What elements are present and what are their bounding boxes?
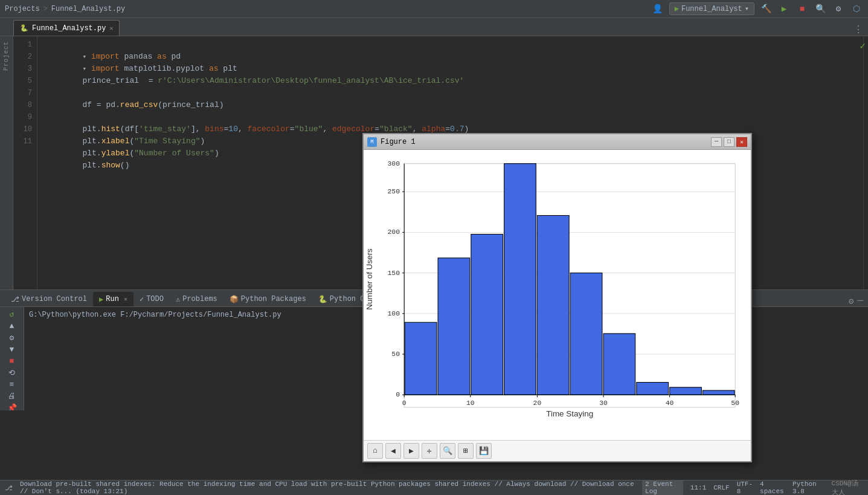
print-icon[interactable]: 🖨 [5,392,19,401]
configure-tool-button[interactable]: ⊞ [458,443,474,459]
figure-titlebar: M Figure 1 ─ □ ✕ [364,134,751,150]
user-icon[interactable]: 👤 [651,2,664,16]
status-bar: ⎇ Download pre-built shared indexes: Red… [0,480,868,495]
run-config[interactable]: ▶ Funnel_Analyst ▾ [669,2,754,15]
tab-label: Funnel_Analyst.py [32,24,106,33]
vcs-status-icon[interactable]: ⎇ [5,484,13,492]
bar-5 [570,273,602,395]
svg-text:30: 30 [599,400,608,407]
run-down-icon[interactable]: ▼ [5,345,19,354]
svg-text:0: 0 [402,400,407,407]
run-tab-icon: ▶ [99,295,103,304]
run-icon[interactable]: ▶ [777,2,791,16]
bar-4 [537,215,569,395]
figure-toolbar: ⌂ ◀ ▶ ✛ 🔍 ⊞ 💾 [364,440,751,461]
indent-info[interactable]: 4 spaces [760,480,785,495]
tab-python-packages[interactable]: 📦 Python Packages [223,292,312,306]
status-left: ⎇ Download pre-built shared indexes: Red… [5,480,642,495]
figure-close-button[interactable]: ✕ [736,137,747,147]
svg-text:50: 50 [391,351,400,358]
editor-tab-bar: 🐍 Funnel_Analyst.py ✕ ⋮ [0,18,868,36]
bar-8 [670,387,702,395]
build-icon[interactable]: 🔨 [759,2,773,16]
code-line-1: ▾ import pandas as pd [45,39,863,51]
x-axis-label: Time Staying [546,409,593,418]
run-config-label: Funnel_Analyst [681,5,742,13]
status-message: Download pre-built shared indexes: Reduc… [20,480,642,495]
svg-text:0: 0 [396,391,400,398]
code-line-5: df = pd.read_csv(prince_trial) [45,87,863,99]
figure-canvas: 0 50 100 150 200 250 300 0 10 20 30 [364,150,751,440]
title-bar: Projects > Funnel_Analyst.py 👤 ▶ Funnel_… [0,0,868,18]
pan-tool-button[interactable]: ✛ [422,443,437,459]
plugin-icon[interactable]: ⬡ [850,2,863,16]
console-icon: 🐍 [318,295,327,304]
toolbar-right: 👤 ▶ Funnel_Analyst ▾ 🔨 ▶ ■ 🔍 ⚙ ⬡ [651,2,863,16]
todo-icon: ✓ [140,295,144,304]
editor-tab-funnel[interactable]: 🐍 Funnel_Analyst.py ✕ [13,20,120,36]
breadcrumb: Projects > Funnel_Analyst.py [5,5,125,13]
figure-maximize-button[interactable]: □ [724,137,735,147]
save-tool-button[interactable]: 💾 [476,443,492,459]
histogram-chart: 0 50 100 150 200 250 300 0 10 20 30 [364,150,751,440]
python-version[interactable]: Python 3.8 [792,480,824,495]
csdn-icon: CSDN@汤大人 [832,479,863,495]
settings-icon[interactable]: ⚙ [832,2,845,16]
panel-minimize-icon[interactable]: ─ [857,296,863,306]
forward-tool-button[interactable]: ▶ [403,443,419,459]
rerun-icon[interactable]: ↺ [5,309,19,319]
scroll-gutter: ✓ [863,36,868,290]
tab-problems[interactable]: ⚠ Problems [170,292,223,306]
line-numbers: 1 2 3 5 7 8 9 10 11 [13,36,37,290]
tab-todo[interactable]: ✓ TODO [133,292,170,306]
svg-text:150: 150 [388,270,400,277]
figure-app-icon: M [367,137,377,147]
wrap-icon[interactable]: ⟲ [5,368,19,378]
bottom-tabs-right: ⚙ ─ [849,296,868,306]
bar-3 [504,164,536,395]
run-tab-close[interactable]: ✕ [124,296,127,303]
search-icon[interactable]: 🔍 [814,2,827,16]
event-log-badge[interactable]: 2 Event Log [642,480,683,495]
encoding[interactable]: UTF-8 [737,480,753,495]
more-tabs-icon[interactable]: ⋮ [854,24,863,36]
pin-icon[interactable]: 📌 [5,403,19,410]
tree-icon[interactable]: ≡ [5,380,19,389]
svg-text:20: 20 [533,400,542,407]
cursor-position[interactable]: 11:1 [690,484,706,491]
projects-breadcrumb[interactable]: Projects [5,5,40,13]
svg-text:100: 100 [388,310,400,317]
panel-settings-icon[interactable]: ⚙ [849,296,854,306]
figure-minimize-button[interactable]: ─ [711,137,722,147]
bar-6 [603,334,635,395]
left-sidebar: Project [0,36,13,290]
run-settings-icon[interactable]: ⚙ [5,333,19,343]
y-axis-label: Number of Users [365,248,374,310]
problems-icon: ⚠ [176,295,180,304]
figure-title-left: M Figure 1 [367,137,416,147]
code-line-7: plt.hist(df['time_stay'], bins=10, facec… [45,111,863,123]
figure-window: M Figure 1 ─ □ ✕ [362,133,752,462]
home-tool-button[interactable]: ⌂ [367,443,383,459]
code-check-icon: ✓ [860,40,866,52]
status-right: 2 Event Log 11:1 CRLF UTF-8 4 spaces Pyt… [642,479,863,495]
stop-run-icon[interactable]: ■ [5,357,19,366]
bar-1 [438,258,470,395]
zoom-tool-button[interactable]: 🔍 [440,443,455,459]
svg-text:10: 10 [466,400,475,407]
project-sidebar-icon[interactable]: Project [2,36,11,76]
stop-icon[interactable]: ■ [796,2,809,16]
tab-run[interactable]: ▶ Run ✕ [93,292,133,306]
python-packages-label: Python Packages [241,295,306,303]
bar-0 [405,322,437,395]
bar-9 [702,390,735,395]
run-up-icon[interactable]: ▲ [5,322,19,331]
svg-text:250: 250 [388,188,400,195]
bar-7 [637,383,669,395]
vcs-icon: ⎇ [11,295,19,304]
line-ending[interactable]: CRLF [713,484,729,491]
tab-version-control[interactable]: ⎇ Version Control [5,292,93,306]
tab-close-icon[interactable]: ✕ [109,25,113,32]
back-tool-button[interactable]: ◀ [385,443,401,459]
svg-text:300: 300 [388,160,400,167]
